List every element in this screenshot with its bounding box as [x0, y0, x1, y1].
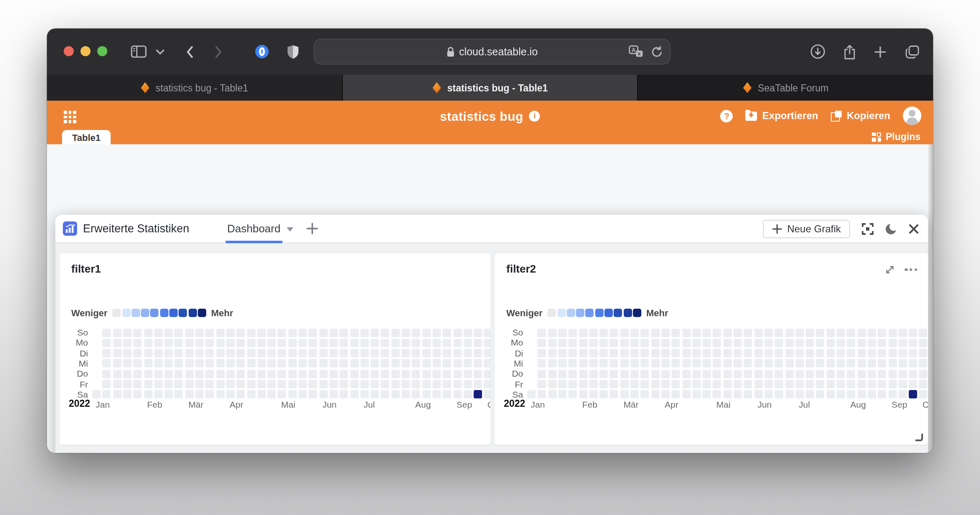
heatmap-cell [257, 369, 266, 378]
heatmap-cell [288, 349, 296, 357]
translate-icon[interactable]: Ax [629, 45, 643, 58]
user-avatar[interactable] [903, 107, 921, 125]
heatmap-cell [309, 349, 317, 357]
dialog-header: Erweiterte Statistiken Dashboard Neue Gr… [55, 215, 928, 243]
dark-mode-moon-icon[interactable] [885, 223, 897, 234]
heatmap-cell [703, 369, 711, 378]
sidebar-icon[interactable] [129, 29, 148, 75]
heatmap-cell [340, 359, 348, 368]
heatmap-cell [453, 349, 461, 357]
legend-swatch [122, 309, 130, 317]
heatmap-cell [175, 369, 183, 378]
heatmap-cell [226, 380, 235, 388]
heatmap-cell [775, 369, 783, 378]
heatmap-cell [144, 369, 152, 378]
heatmap-cell [185, 390, 193, 399]
new-chart-button[interactable]: Neue Grafik [763, 219, 850, 238]
tab-overview-icon[interactable] [904, 29, 920, 75]
browser-tab-3[interactable]: SeaTable Forum [638, 75, 933, 101]
add-view-button[interactable] [306, 215, 319, 242]
heatmap-cell [888, 380, 897, 388]
export-button[interactable]: Exportieren [746, 110, 818, 122]
heatmap-cell [888, 359, 897, 368]
heatmap-cell [806, 390, 814, 399]
heatmap-cell [133, 380, 142, 388]
heatmap-cell [133, 359, 142, 368]
heatmap-cell [837, 359, 845, 368]
new-tab-icon[interactable] [874, 29, 887, 75]
heatmap-cell [723, 349, 731, 357]
heatmap-cell [713, 390, 721, 399]
reload-icon[interactable] [651, 46, 662, 57]
heatmap-cell [350, 339, 358, 347]
legend-swatch [169, 309, 178, 317]
heatmap-cell [682, 390, 690, 399]
heatmap-cell [185, 380, 193, 388]
heatmap-cell [443, 339, 451, 347]
heatmap-cell [484, 349, 490, 357]
table-tab-table1[interactable]: Table1 [62, 130, 111, 144]
day-label-mo: Mo [495, 338, 523, 348]
heatmap-cell [216, 339, 224, 347]
resize-handle[interactable] [915, 434, 923, 441]
seatable-logo-icon [432, 82, 441, 93]
help-icon[interactable]: ? [721, 109, 733, 122]
heatmap-cell [723, 390, 731, 399]
heatmap-cell [734, 328, 742, 337]
fullscreen-icon[interactable] [862, 223, 874, 234]
downloads-icon[interactable] [810, 29, 825, 75]
heatmap-cell [391, 380, 399, 388]
month-label-mai: Mai [281, 399, 296, 409]
share-icon[interactable] [842, 29, 857, 75]
minimize-window-button[interactable] [80, 46, 91, 56]
heatmap-cell [267, 339, 276, 347]
info-icon[interactable]: i [529, 110, 540, 121]
plugins-button[interactable]: Plugins [872, 132, 920, 142]
heatmap-cell [402, 349, 410, 357]
heatmap-cell [796, 349, 804, 357]
address-bar[interactable]: cloud.seatable.io Ax [314, 39, 671, 65]
close-icon[interactable] [909, 224, 919, 234]
heatmap-cell [340, 328, 348, 337]
heatmap-cell [144, 380, 152, 388]
browser-tab-1[interactable]: statistics bug - Table1 [47, 75, 342, 101]
heatmap-cell [206, 328, 214, 337]
onepassword-icon[interactable] [254, 29, 269, 75]
view-tab-dashboard[interactable]: Dashboard [227, 215, 293, 242]
expand-chart-icon[interactable] [885, 264, 896, 275]
heatmap-cell [919, 390, 928, 399]
close-window-button[interactable] [64, 46, 74, 56]
heatmap-cell [360, 328, 369, 337]
zoom-window-button[interactable] [97, 46, 107, 56]
browser-tab-2-active[interactable]: statistics bug - Table1 [342, 75, 638, 101]
heatmap-cell [888, 328, 897, 337]
legend-swatch [112, 309, 121, 317]
heatmap-cell [298, 328, 307, 337]
heatmap-cell [826, 359, 835, 368]
heatmap-cell [599, 380, 608, 388]
heatmap-cell [847, 328, 856, 337]
copy-icon [831, 110, 842, 121]
heatmap-cell [868, 369, 876, 378]
heatmap-legend: Weniger Mehr [506, 308, 668, 318]
heatmap-cell [682, 328, 690, 337]
heatmap-cell [888, 369, 897, 378]
heatmap-cell [247, 359, 255, 368]
back-button[interactable] [183, 29, 196, 75]
heatmap-cell [402, 359, 410, 368]
heatmap-cell [888, 339, 897, 347]
year-label: 2022 [69, 398, 90, 408]
heatmap-cell [796, 380, 804, 388]
forward-button[interactable] [212, 29, 226, 75]
day-label-mo: Mo [60, 338, 88, 348]
chart-card-filter1: filter1 Weniger Mehr 2022 SoMoDiMiDoFrSa… [60, 253, 490, 445]
chevron-down-icon[interactable] [154, 29, 166, 75]
heatmap-cell [453, 380, 461, 388]
heatmap-cell [236, 349, 245, 357]
privacy-shield-icon[interactable] [286, 29, 299, 75]
more-options-icon[interactable] [905, 268, 917, 271]
heatmap-cell [453, 328, 461, 337]
heatmap-cell [422, 339, 430, 347]
heatmap-cell [589, 369, 598, 378]
copy-button[interactable]: Kopieren [831, 110, 890, 122]
